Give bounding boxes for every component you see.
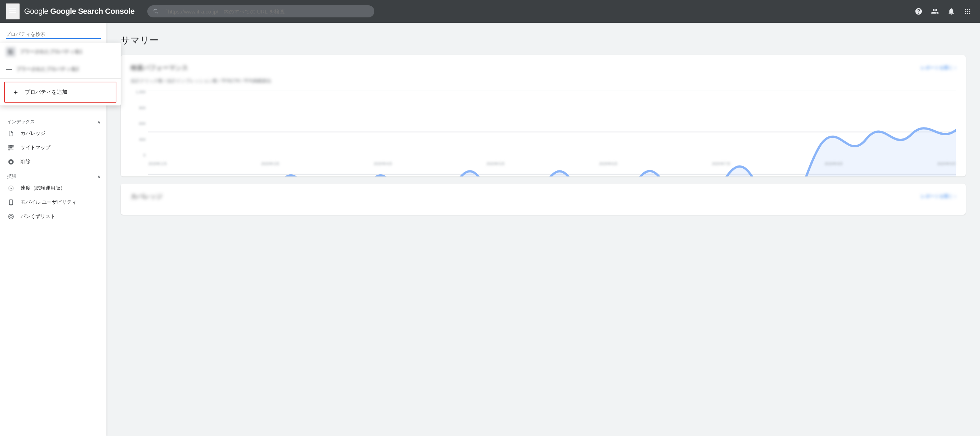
mobile-icon bbox=[7, 199, 15, 206]
enhancements-section-header: 拡張 ∧ bbox=[0, 169, 107, 181]
x-label-4: 2020年6月 bbox=[599, 161, 618, 166]
search-bar[interactable] bbox=[147, 5, 374, 18]
sidebar-item-sitemaps[interactable]: サイトマップ bbox=[0, 141, 102, 155]
page-title: サマリー bbox=[121, 34, 966, 46]
main-content: サマリー 検索パフォーマンス レポートを開く › 合計クリック数 / 合計インプ… bbox=[107, 23, 980, 436]
index-section-header: インデックス ∧ bbox=[0, 114, 107, 126]
top-navigation: Google Google Search Console bbox=[0, 0, 980, 23]
notification-button[interactable] bbox=[945, 5, 958, 18]
y-axis: 1,000 800 600 400 0 bbox=[130, 90, 148, 157]
card1-link[interactable]: レポートを開く › bbox=[921, 65, 956, 71]
card2-title: カバレッジ bbox=[130, 192, 162, 201]
add-property-label: プロパティを追加 bbox=[25, 89, 67, 96]
sidebar-item-breadcrumbs[interactable]: パンくずリスト bbox=[0, 209, 102, 224]
x-label-1: 2020年3月 bbox=[261, 161, 280, 166]
sidebar-item-coverage[interactable]: カバレッジ bbox=[0, 126, 102, 141]
y-label-1: 400 bbox=[130, 137, 145, 142]
property-label-1: ブラーされたプロパティ名1 bbox=[20, 49, 82, 55]
x-label-6: 2020年8月 bbox=[824, 161, 843, 166]
x-label-7: 2020年9月 bbox=[937, 161, 956, 166]
svg-rect-1 bbox=[9, 10, 16, 11]
property-item-1[interactable]: ブラーされたプロパティ名1 bbox=[0, 43, 121, 61]
card1-header: 検索パフォーマンス レポートを開く › bbox=[130, 64, 956, 72]
property-avatar-1 bbox=[6, 47, 16, 57]
x-label-3: 2020年5月 bbox=[487, 161, 505, 166]
account-button[interactable] bbox=[928, 5, 942, 18]
property-search-input[interactable] bbox=[6, 30, 101, 39]
card2-link[interactable]: レポートを開く › bbox=[921, 193, 956, 200]
search-input[interactable] bbox=[162, 8, 369, 14]
property-dash-icon: — bbox=[6, 65, 12, 73]
property-label-2: ブラーされたプロパティ名2 bbox=[16, 66, 79, 72]
y-label-3: 800 bbox=[130, 106, 145, 110]
add-property-button[interactable]: ＋ プロパティを追加 bbox=[4, 81, 116, 102]
topnav-actions bbox=[912, 5, 974, 18]
sidebar-item-speed[interactable]: 速度（試験運用版） bbox=[0, 181, 102, 195]
coverage-icon bbox=[7, 130, 15, 137]
plus-icon: ＋ bbox=[12, 87, 19, 97]
apps-grid-button[interactable] bbox=[961, 5, 974, 18]
property-dropdown: ブラーされたプロパティ名1 — ブラーされたプロパティ名2 ＋ プロパティを追加 bbox=[0, 43, 121, 105]
sidebar-nav: インデックス ∧ カバレッジ サイトマップ 削除 bbox=[0, 114, 107, 224]
sidebar: ブラーされたプロパティ名1 — ブラーされたプロパティ名2 ＋ プロパティを追加… bbox=[0, 23, 107, 436]
help-button[interactable] bbox=[912, 5, 925, 18]
y-label-0: 0 bbox=[130, 153, 145, 157]
chart-meta: 合計クリック数 / 合計インプレッション数 / 平均CTR / 平均掲載順位 bbox=[130, 78, 956, 84]
y-label-4: 1,000 bbox=[130, 90, 145, 94]
svg-rect-2 bbox=[9, 12, 16, 13]
x-label-2: 2020年4月 bbox=[374, 161, 393, 166]
app-logo: Google Google Search Console bbox=[24, 7, 134, 16]
sitemaps-icon bbox=[7, 144, 15, 151]
property-item-2[interactable]: — ブラーされたプロパティ名2 bbox=[0, 61, 121, 77]
hamburger-menu-button[interactable] bbox=[6, 3, 20, 19]
breadcrumbs-icon bbox=[7, 213, 15, 220]
removals-icon bbox=[7, 159, 15, 165]
x-label-5: 2020年7月 bbox=[712, 161, 730, 166]
x-axis: 2020年2月 2020年3月 2020年4月 2020年5月 2020年6月 … bbox=[148, 160, 956, 168]
card1-title: 検索パフォーマンス bbox=[130, 64, 188, 72]
sidebar-search-container bbox=[0, 27, 107, 43]
chart-container: 1,000 800 600 400 0 bbox=[130, 90, 956, 168]
coverage-card: カバレッジ レポートを開く › bbox=[121, 184, 966, 215]
collapse-icon[interactable]: ∧ bbox=[97, 119, 101, 125]
y-label-2: 600 bbox=[130, 121, 145, 126]
property-divider bbox=[0, 78, 121, 79]
sidebar-item-mobile[interactable]: モバイル ユーザビリティ bbox=[0, 195, 102, 209]
svg-rect-0 bbox=[9, 8, 16, 8]
search-icon bbox=[153, 8, 159, 14]
speed-icon bbox=[7, 185, 15, 192]
collapse-enhancements-icon[interactable]: ∧ bbox=[97, 174, 101, 179]
card2-header: カバレッジ レポートを開く › bbox=[130, 192, 956, 201]
x-label-0: 2020年2月 bbox=[148, 161, 167, 166]
search-performance-card: 検索パフォーマンス レポートを開く › 合計クリック数 / 合計インプレッション… bbox=[121, 55, 966, 176]
sidebar-item-removals[interactable]: 削除 bbox=[0, 155, 102, 169]
